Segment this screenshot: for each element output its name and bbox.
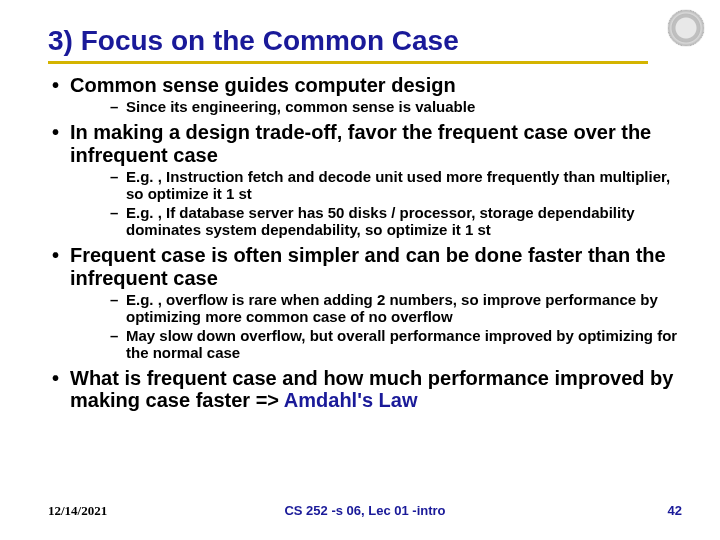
bullet-item: Frequent case is often simpler and can b… (48, 244, 682, 361)
slide: 3) Focus on the Common Case Common sense… (0, 0, 720, 540)
bullet-item: In making a design trade-off, favor the … (48, 121, 682, 238)
bullet-list: Common sense guides computer design Sinc… (48, 74, 682, 412)
bullet-text: In making a design trade-off, favor the … (70, 121, 651, 165)
sub-list: E.g. , Instruction fetch and decode unit… (70, 168, 682, 238)
slide-title: 3) Focus on the Common Case (48, 26, 682, 57)
seal-logo-icon (668, 10, 704, 46)
sub-item: E.g. , If database server has 50 disks /… (110, 204, 682, 239)
bullet-text: Common sense guides computer design (70, 74, 456, 96)
bullet-item: What is frequent case and how much perfo… (48, 367, 682, 412)
sub-item: Since its engineering, common sense is v… (110, 98, 682, 115)
title-underline (48, 61, 648, 64)
sub-list: Since its engineering, common sense is v… (70, 98, 682, 115)
amdahls-law-link: Amdahl's Law (284, 389, 418, 411)
sub-item: May slow down overflow, but overall perf… (110, 327, 682, 362)
sub-list: E.g. , overflow is rare when adding 2 nu… (70, 291, 682, 361)
footer-date: 12/14/2021 (48, 503, 107, 519)
bullet-item: Common sense guides computer design Sinc… (48, 74, 682, 116)
sub-item: E.g. , overflow is rare when adding 2 nu… (110, 291, 682, 326)
footer-page-number: 42 (668, 503, 682, 518)
bullet-text: Frequent case is often simpler and can b… (70, 244, 666, 288)
slide-footer: 12/14/2021 CS 252 -s 06, Lec 01 -intro 4… (0, 503, 720, 518)
sub-item: E.g. , Instruction fetch and decode unit… (110, 168, 682, 203)
footer-center: CS 252 -s 06, Lec 01 -intro (48, 503, 682, 518)
